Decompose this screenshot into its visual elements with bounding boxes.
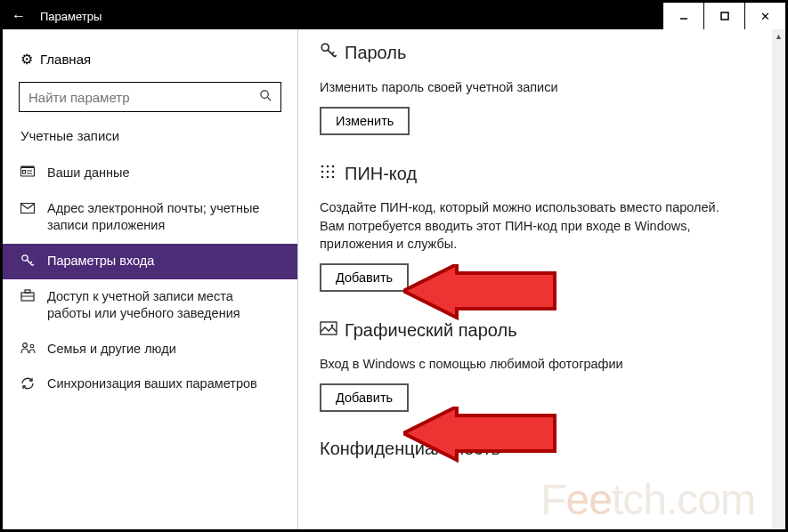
svg-line-3 xyxy=(267,97,271,101)
sidebar-item-email[interactable]: Адрес электронной почты; учетные записи … xyxy=(3,191,297,244)
svg-point-2 xyxy=(260,91,267,98)
titlebar: ← Параметры ✕ xyxy=(3,3,785,29)
picture-icon xyxy=(320,321,345,340)
add-pin-button[interactable]: Добавить xyxy=(320,263,409,292)
svg-point-24 xyxy=(327,165,329,168)
section-pin-header: ПИН-код xyxy=(320,164,764,184)
sidebar-item-family[interactable]: Семья и другие люди xyxy=(3,332,297,367)
minimize-button[interactable] xyxy=(662,3,703,29)
svg-point-18 xyxy=(30,344,34,348)
svg-rect-32 xyxy=(321,322,337,335)
svg-point-29 xyxy=(321,176,324,179)
svg-line-22 xyxy=(335,55,337,57)
add-picture-password-button[interactable]: Добавить xyxy=(320,383,409,412)
sidebar-home-label: Главная xyxy=(40,52,91,67)
search-input[interactable] xyxy=(20,90,250,105)
svg-point-23 xyxy=(321,165,324,168)
scrollbar[interactable]: ▲ xyxy=(772,29,785,529)
section-title: ПИН-код xyxy=(345,164,417,184)
mail-icon xyxy=(20,200,47,216)
sidebar-item-label: Семья и другие люди xyxy=(47,341,176,359)
svg-line-13 xyxy=(33,264,35,266)
svg-line-21 xyxy=(332,52,335,54)
scrollbar-up-icon[interactable]: ▲ xyxy=(772,29,785,44)
watermark: Feetch.com xyxy=(540,475,755,524)
svg-rect-15 xyxy=(25,290,30,293)
svg-point-17 xyxy=(23,343,28,348)
pin-desc: Создайте ПИН-код, который можно использо… xyxy=(320,198,729,253)
sidebar-home[interactable]: ⚙ Главная xyxy=(3,45,297,82)
briefcase-icon xyxy=(20,288,47,304)
sidebar-item-label: Адрес электронной почты; учетные записи … xyxy=(47,200,280,235)
svg-point-25 xyxy=(332,165,335,168)
keypad-icon xyxy=(320,164,345,184)
sync-icon xyxy=(20,375,47,393)
content-area: Feetch.com Пароль Изменить пароль своей … xyxy=(298,29,785,529)
svg-line-11 xyxy=(27,260,32,265)
search-icon xyxy=(250,89,280,105)
sidebar-item-label: Синхронизация ваших параметров xyxy=(47,375,257,393)
maximize-button[interactable] xyxy=(703,3,744,29)
svg-rect-5 xyxy=(21,166,35,169)
svg-point-10 xyxy=(22,254,28,260)
key-icon xyxy=(320,42,345,64)
svg-rect-1 xyxy=(721,12,728,20)
svg-line-20 xyxy=(328,50,335,57)
change-password-button[interactable]: Изменить xyxy=(320,107,410,135)
svg-point-27 xyxy=(327,171,329,173)
svg-line-12 xyxy=(30,262,32,263)
sidebar-group-title: Учетные записи xyxy=(3,128,297,156)
sidebar-item-label: Доступ к учетной записи места работы или… xyxy=(47,288,280,323)
gear-icon: ⚙ xyxy=(20,51,40,68)
section-title: Пароль xyxy=(345,43,406,63)
sidebar-item-label: Параметры входа xyxy=(47,253,154,270)
id-card-icon xyxy=(20,165,47,181)
search-box[interactable] xyxy=(19,82,281,112)
svg-point-30 xyxy=(327,176,329,179)
svg-point-28 xyxy=(332,171,335,173)
svg-point-33 xyxy=(331,325,334,327)
sidebar: ⚙ Главная Учетные записи Ваши данные xyxy=(3,29,298,529)
partial-next-heading: Конфиденциальность xyxy=(320,433,764,459)
sidebar-item-signin-options[interactable]: Параметры входа xyxy=(3,244,297,279)
section-picture-header: Графический пароль xyxy=(320,320,764,341)
svg-point-19 xyxy=(321,44,329,51)
svg-rect-8 xyxy=(23,171,26,174)
svg-point-26 xyxy=(321,171,324,173)
close-button[interactable]: ✕ xyxy=(744,3,785,29)
people-icon xyxy=(20,341,47,357)
back-button[interactable]: ← xyxy=(3,8,35,24)
sidebar-item-your-info[interactable]: Ваши данные xyxy=(3,156,297,191)
section-password-header: Пароль xyxy=(320,42,764,64)
sidebar-item-sync[interactable]: Синхронизация ваших параметров xyxy=(3,367,297,402)
svg-point-31 xyxy=(332,176,335,179)
window-title: Параметры xyxy=(35,10,102,23)
sidebar-item-label: Ваши данные xyxy=(47,165,130,182)
key-icon xyxy=(20,253,47,270)
annotation-arrow-icon xyxy=(403,264,564,326)
section-title: Графический пароль xyxy=(345,320,517,341)
picture-desc: Вход в Windows с помощью любимой фотогра… xyxy=(320,355,729,373)
password-desc: Изменить пароль своей учетной записи xyxy=(320,78,729,96)
sidebar-item-work-access[interactable]: Доступ к учетной записи места работы или… xyxy=(3,279,297,332)
